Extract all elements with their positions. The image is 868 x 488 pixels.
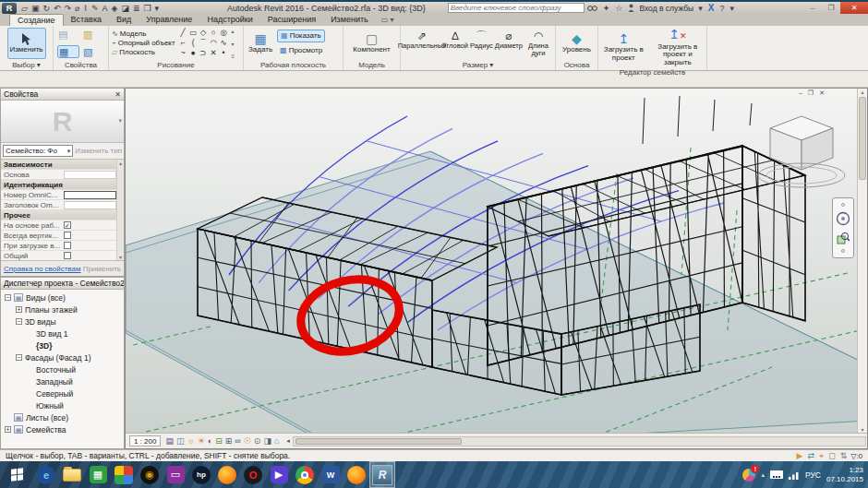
load-into-project-button[interactable]: ↥ Загрузить в проект <box>601 31 646 63</box>
property-group[interactable]: Прочее⌃ <box>1 210 124 220</box>
property-value[interactable] <box>64 171 116 179</box>
clock[interactable]: 1:23 07.10.2015 <box>826 466 863 482</box>
diameter-dim-tool[interactable]: ⌀Диаметр <box>495 30 523 50</box>
taskbar-opera[interactable]: O <box>240 461 266 488</box>
load-into-project-close-button[interactable]: ↥✕ Загрузить в проект и закрыть <box>652 27 704 67</box>
view-restore-icon[interactable]: ❐ <box>808 89 814 97</box>
qat-customize-icon[interactable]: ▾ <box>155 4 160 13</box>
arc-tangent-icon[interactable]: ◠ <box>209 38 219 48</box>
vertical-scroll-thumb[interactable] <box>859 97 866 180</box>
tree-item-11[interactable]: +▤Семейства <box>1 423 124 435</box>
tab-4[interactable]: Надстройки <box>199 14 259 26</box>
section-icon[interactable]: ◪ <box>121 4 129 13</box>
preview-dropdown-icon[interactable]: ▾ <box>118 117 122 125</box>
navbar-dot-icon[interactable] <box>841 249 845 253</box>
tree-item-2[interactable]: −3D виды <box>1 315 124 327</box>
properties-palette-header[interactable]: Свойства ✕ <box>1 89 124 101</box>
vertical-scrollbar[interactable]: ▴ ▾ <box>857 89 867 433</box>
select-links-icon[interactable]: ⇄ <box>808 451 815 460</box>
tab-6[interactable]: Изменить <box>323 14 376 26</box>
close-icon[interactable]: ✕ <box>115 90 121 99</box>
fillet-tool-icon[interactable]: ⌐ <box>178 38 188 48</box>
tree-item-7[interactable]: Западный <box>1 375 124 387</box>
reveal-hidden-icon[interactable]: ☉ <box>244 435 251 446</box>
open-icon[interactable]: ▱ <box>21 4 28 13</box>
tab-1[interactable]: Вставка <box>64 14 109 26</box>
taskbar-app-colorful[interactable] <box>111 461 137 488</box>
measure-icon[interactable]: ⌀ <box>75 4 79 13</box>
close-button[interactable]: ✕ <box>840 2 868 14</box>
project-browser-header[interactable]: Диспетчер проекта - Семейство2.rfa ✕ <box>1 278 124 290</box>
properties-help-link[interactable]: Справка по свойствам <box>4 265 80 273</box>
expand-icon[interactable]: + <box>5 426 11 433</box>
draw-mode-plane[interactable]: ▱Плоскость <box>112 48 175 56</box>
expand-icon[interactable]: + <box>16 306 22 313</box>
minimize-button[interactable]: – <box>803 2 822 14</box>
spline2-tool-icon[interactable]: ~ <box>178 48 188 58</box>
tab-0[interactable]: Создание <box>9 14 64 26</box>
text-icon[interactable]: A <box>102 4 107 13</box>
tree-item-10[interactable]: ▤Листы (все) <box>1 411 124 423</box>
switch-windows-icon[interactable]: ❒ <box>143 4 151 13</box>
property-group[interactable]: Зависимости⌃ <box>1 160 124 170</box>
select-pinned-icon[interactable]: ⌖ <box>819 451 824 461</box>
network-icon[interactable] <box>789 470 800 480</box>
taskbar-word[interactable]: W <box>318 461 344 488</box>
help-icon[interactable]: ? <box>719 4 724 13</box>
tab-5[interactable]: Расширения <box>260 14 323 26</box>
component-button[interactable]: ▢ Компонент <box>351 31 392 54</box>
restore-button[interactable]: ❐ <box>822 2 840 14</box>
family-types-icon[interactable]: ▦ <box>57 45 79 58</box>
show-workplane-button[interactable]: ▦Показать <box>277 30 325 42</box>
arc-start-end-icon[interactable]: ( <box>188 38 199 48</box>
temporary-view-icon[interactable]: ◨ <box>263 435 271 446</box>
spline-tool-icon[interactable]: ∿ <box>219 38 229 48</box>
redo-icon[interactable]: ↷ <box>65 4 72 13</box>
property-input[interactable] <box>64 191 116 199</box>
taskbar-app-media[interactable]: ◉ <box>137 461 163 488</box>
displace-elements-icon[interactable]: ⌂ <box>274 435 279 446</box>
arc-center-icon[interactable]: ⌒ <box>199 38 209 48</box>
rectangle-tool-icon[interactable]: ▭ <box>188 28 199 38</box>
taskbar-chrome[interactable] <box>292 461 318 488</box>
shadows-icon[interactable]: ☀ <box>198 435 205 446</box>
properties-icon[interactable]: ▤ <box>57 29 79 40</box>
tab-2[interactable]: Вид <box>109 14 139 26</box>
draw-mode-reference[interactable]: ⌁Опорный объект <box>112 39 175 47</box>
scroll-down-icon[interactable]: ▾ <box>117 254 124 260</box>
revit-app-menu[interactable]: R <box>2 3 17 14</box>
crop-view-icon[interactable]: ⊟ <box>215 435 223 446</box>
family-category-icon[interactable]: ▥ <box>82 29 104 40</box>
steering-wheel-icon[interactable] <box>836 211 850 226</box>
scroll-up-icon[interactable]: ▴ <box>117 160 124 166</box>
start-button[interactable] <box>2 461 33 488</box>
help-search-input[interactable] <box>448 3 585 13</box>
level-button[interactable]: ◆ Уровень <box>561 31 593 54</box>
workplane-viewer-button[interactable]: ▩Просмотр <box>277 44 325 57</box>
touch-keyboard-icon[interactable] <box>770 470 783 479</box>
tag-icon[interactable]: ✎ <box>91 4 99 13</box>
tab-3[interactable]: Управление <box>139 14 199 26</box>
signin-dropdown-icon[interactable]: ▾ <box>698 4 703 13</box>
pick-lines-icon[interactable]: ● <box>188 48 199 58</box>
taskbar-firefox-2[interactable] <box>344 461 369 488</box>
edit-type-button[interactable]: Изменить тип <box>75 147 122 155</box>
taskbar-explorer[interactable] <box>59 461 85 488</box>
taskbar-hp[interactable]: hp <box>188 461 214 488</box>
aligned-dim-tool[interactable]: ⇗Параллельный <box>404 30 440 50</box>
draw-tools-scroll[interactable]: ▴▾≡ <box>232 28 235 59</box>
property-checkbox[interactable] <box>64 232 71 239</box>
taskbar-revit[interactable]: R <box>369 461 395 488</box>
scroll-up-icon[interactable]: ▴ <box>858 89 867 95</box>
modify-chip-icon[interactable]: ▭ ▾ <box>381 15 394 26</box>
default-3d-view-icon[interactable]: ◈ <box>111 4 117 13</box>
view-close-icon[interactable]: ✕ <box>819 89 825 97</box>
apply-button[interactable]: Применить <box>83 265 121 273</box>
signin-person-icon[interactable] <box>628 4 634 12</box>
tray-alert-icon[interactable]: ! <box>742 469 755 482</box>
visual-style-icon[interactable]: ◫ <box>176 435 185 446</box>
circle-tool-icon[interactable]: ○ <box>209 28 219 38</box>
taskbar-ie[interactable]: e <box>33 461 59 488</box>
radial-dim-tool[interactable]: ⌒Радиус <box>470 30 493 50</box>
horizontal-scroll-thumb[interactable] <box>295 438 462 445</box>
